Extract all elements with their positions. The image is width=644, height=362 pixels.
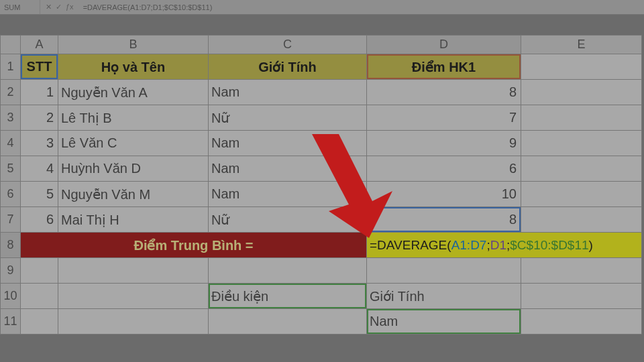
cell-D1[interactable]: Điểm HK1	[367, 54, 521, 80]
formula-eq: =	[370, 238, 377, 252]
cell-D2[interactable]: 8	[367, 80, 521, 105]
cell-D9[interactable]	[367, 258, 521, 284]
row-header-11[interactable]: 11	[1, 309, 21, 335]
cell-A4[interactable]: 3	[21, 131, 58, 156]
col-header-D[interactable]: D	[367, 36, 521, 54]
enter-icon[interactable]: ✓	[56, 3, 62, 11]
formula-cell-D8[interactable]: =DAVERAGE(A1:D7;D1;$C$10:$D$11)	[367, 233, 642, 258]
cell-D10[interactable]: Giới Tính	[367, 284, 521, 309]
cell-E10[interactable]	[521, 284, 642, 309]
cell-E4[interactable]	[521, 131, 642, 156]
name-box[interactable]: SUM	[0, 0, 40, 14]
cell-C5[interactable]: Nam	[209, 156, 367, 182]
cell-C6[interactable]: Nam	[209, 182, 367, 207]
cell-E3[interactable]	[521, 105, 642, 131]
cell-B7[interactable]: Mai Thị H	[58, 207, 209, 233]
spreadsheet-grid[interactable]: A B C D E 1 STT Họ và Tên Giới Tính Điểm…	[0, 35, 644, 362]
cell-C9[interactable]	[209, 258, 367, 284]
col-header-B[interactable]: B	[58, 36, 209, 54]
cell-E9[interactable]	[521, 258, 642, 284]
cell-C4[interactable]: Nam	[209, 131, 367, 156]
formula-range1: A1:D7	[451, 238, 487, 252]
formula-close: )	[589, 238, 593, 252]
formula-fn: DAVERAGE	[377, 238, 447, 252]
cell-D4[interactable]: 9	[367, 131, 521, 156]
cell-E2[interactable]	[521, 80, 642, 105]
cell-A2[interactable]: 1	[21, 80, 58, 105]
row-header-8[interactable]: 8	[1, 233, 21, 258]
cell-B9[interactable]	[58, 258, 209, 284]
cell-C2[interactable]: Nam	[209, 80, 367, 105]
cell-B11[interactable]	[58, 309, 209, 335]
cell-E6[interactable]	[521, 182, 642, 207]
row-header-2[interactable]: 2	[1, 80, 21, 105]
select-all-corner[interactable]	[1, 36, 21, 54]
row-header-3[interactable]: 3	[1, 105, 21, 131]
fx-icon[interactable]: ƒx	[66, 3, 74, 11]
cell-A7[interactable]: 6	[21, 207, 58, 233]
cell-B5[interactable]: Huỳnh Văn D	[58, 156, 209, 182]
cell-B4[interactable]: Lê Văn C	[58, 131, 209, 156]
row-header-10[interactable]: 10	[1, 284, 21, 309]
row-header-5[interactable]: 5	[1, 156, 21, 182]
row-header-4[interactable]: 4	[1, 131, 21, 156]
cell-D6[interactable]: 10	[367, 182, 521, 207]
row-header-1[interactable]: 1	[1, 54, 21, 80]
col-header-A[interactable]: A	[21, 36, 58, 54]
col-header-E[interactable]: E	[521, 36, 642, 54]
cell-A9[interactable]	[21, 258, 58, 284]
cell-B3[interactable]: Lê Thị B	[58, 105, 209, 131]
cell-B6[interactable]: Nguyễn Văn M	[58, 182, 209, 207]
cell-E5[interactable]	[521, 156, 642, 182]
formula-range3: $C$10:$D$11	[510, 238, 588, 252]
formula-bar-input[interactable]: =DAVERAGE(A1:D7;D1;$C$10:$D$11)	[79, 3, 213, 11]
cell-A3[interactable]: 2	[21, 105, 58, 131]
cell-B10[interactable]	[58, 284, 209, 309]
cell-A6[interactable]: 5	[21, 182, 58, 207]
formula-range2: D1	[490, 238, 506, 252]
row-header-6[interactable]: 6	[1, 182, 21, 207]
cell-B1[interactable]: Họ và Tên	[58, 54, 209, 80]
avg-label-cell[interactable]: Điểm Trung Bình =	[21, 233, 367, 258]
formula-bar-buttons: ✕ ✓ ƒx	[40, 3, 79, 11]
cell-E1[interactable]	[521, 54, 642, 80]
cell-A5[interactable]: 4	[21, 156, 58, 182]
cell-D7[interactable]: 8	[367, 207, 521, 233]
col-header-C[interactable]: C	[209, 36, 367, 54]
cell-B2[interactable]: Nguyễn Văn A	[58, 80, 209, 105]
cell-A10[interactable]	[21, 284, 58, 309]
formula-bar: SUM ✕ ✓ ƒx =DAVERAGE(A1:D7;D1;$C$10:$D$1…	[0, 0, 644, 15]
cell-C10[interactable]: Điều kiện	[209, 284, 367, 309]
row-header-7[interactable]: 7	[1, 207, 21, 233]
cell-A1[interactable]: STT	[21, 54, 58, 80]
cell-D5[interactable]: 6	[367, 156, 521, 182]
cell-D3[interactable]: 7	[367, 105, 521, 131]
cell-E7[interactable]	[521, 207, 642, 233]
cell-E11[interactable]	[521, 309, 642, 335]
cancel-icon[interactable]: ✕	[46, 3, 52, 11]
cell-C11[interactable]	[209, 309, 367, 335]
cell-C1[interactable]: Giới Tính	[209, 54, 367, 80]
cell-C3[interactable]: Nữ	[209, 105, 367, 131]
cell-C7[interactable]: Nữ	[209, 207, 367, 233]
cell-A11[interactable]	[21, 309, 58, 335]
row-header-9[interactable]: 9	[1, 258, 21, 284]
cell-D11[interactable]: Nam	[367, 309, 521, 335]
